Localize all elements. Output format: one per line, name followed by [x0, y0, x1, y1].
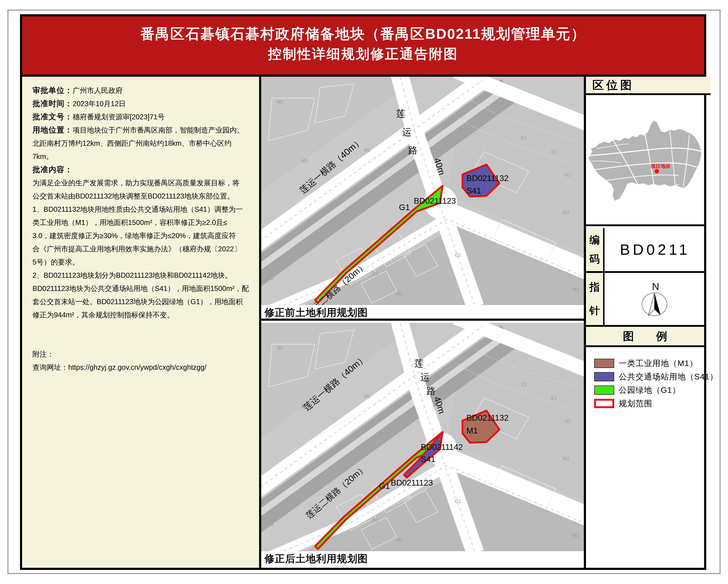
legend-item: 规划范围	[594, 398, 704, 409]
landuse-map-after: 莲运一横路（40m） 莲 运 路 40m 莲运二横路（20m） BD021113…	[261, 323, 584, 551]
info-line-text: 合《广州市提高工业用地利用效率实施办法》（穗府办规〔2022〕	[32, 245, 241, 253]
project-site-label: 项目地块	[650, 163, 671, 169]
landuse-map-before: M1 M1 M1 E2 E1 G2 M1 G1 M2 M1 G2	[261, 77, 584, 305]
info-line-label: 批准内容：	[32, 165, 73, 174]
code-row-label: 编 码	[586, 228, 604, 271]
info-text-line: 5号）的要求。	[32, 256, 249, 269]
compass-label-char2: 针	[589, 304, 600, 318]
info-text-line: 公交首末站由BD0211132地块调整至BD0211123地块东部位置。	[32, 189, 249, 203]
info-text-line	[32, 335, 249, 347]
parcel-label-m1: M1	[466, 426, 478, 435]
info-line-text: 2023年10月12日	[73, 100, 126, 108]
parcel-label-s41: S41	[466, 186, 481, 195]
compass-label-char1: 指	[589, 280, 600, 294]
legend-item-label: 公园绿地（G1）	[619, 385, 680, 395]
caption-before-text: 修正前土地利用规划图	[261, 305, 584, 320]
info-text-line: 类工业用地（M1），用地面积1500m²，容积率修正为≥2.0且≤	[32, 216, 249, 229]
road-label-lianyunlu-char2: 运	[402, 127, 412, 137]
legend-item-label: 规划范围	[619, 398, 652, 409]
location-map: 项目地块	[586, 95, 704, 226]
info-line-label: 审批单位：	[32, 86, 73, 95]
approval-info-panel: 审批单位：广州市人民政府 批准时间：2023年10月12日 批准文号：穗府番规划…	[22, 77, 261, 568]
info-text-line: 北距南村万博约12km、西侧距广州南站约18km、市桥中心区约	[32, 137, 249, 150]
info-line-label: 用地位置：	[32, 126, 73, 134]
code-label-char2: 码	[589, 252, 600, 266]
location-map-title: 区位图	[586, 77, 710, 95]
info-text-line: 3.0，建筑密度修正为≥30%，绿地率修正为≤20%，建筑高度应符	[32, 229, 249, 242]
parcel-label-bd0211142: BD0211142	[421, 442, 463, 452]
info-text-line: 审批单位：广州市人民政府	[32, 84, 249, 97]
info-line-text: 为满足企业的生产发展需求，助力实现番禺区高质量发展目标，将	[32, 179, 239, 187]
info-line-text: 查询网址：https://ghzyj.gz.gov.cn/ywpd/cxgh/c…	[32, 363, 206, 371]
legend-item-label: 公共交通场站用地（S41）	[619, 371, 718, 382]
document-title-line2: 控制性详细规划修正通告附图	[22, 46, 704, 62]
legend-swatch	[594, 372, 614, 381]
code-row: 编 码 BD0211	[586, 228, 704, 273]
info-text-line: 查询网址：https://ghzyj.gz.gov.cn/ywpd/cxgh/c…	[32, 361, 249, 374]
info-line-text: 附注：	[32, 350, 54, 358]
info-text-line: 合《广州市提高工业用地利用效率实施办法》（穗府办规〔2022〕	[32, 242, 249, 256]
info-line-text: 项目地块位于广州市番禺区南部，智能制造产业园内。	[73, 126, 244, 134]
info-line-text: 公交首末站由BD0211132地块调整至BD0211123地块东部位置。	[32, 192, 234, 200]
info-text-line: 7km。	[32, 150, 249, 163]
caption-after-text: 修正后土地利用规划图	[261, 551, 584, 566]
document-header: 番禺区石碁镇石碁村政府储备地块（番禺区BD0211规划管理单元） 控制性详细规划…	[22, 17, 704, 77]
info-text-line: 修正为944m²，其余规划控制指标保持不变。	[32, 308, 249, 321]
main-frame: 番禺区石碁镇石碁村政府储备地块（番禺区BD0211规划管理单元） 控制性详细规划…	[20, 14, 706, 570]
legend-swatch	[594, 359, 614, 368]
parcel-label-bd0211132: BD0211132	[466, 174, 509, 183]
info-line-text: 3.0，建筑密度修正为≥30%，绿地率修正为≤20%，建筑高度应符	[32, 232, 236, 240]
road-label-lianyunlu-char3: 路	[408, 145, 418, 155]
info-line-text: 套公交首末站一处。BD0211123地块为公园绿地（G1），用地面积	[32, 298, 243, 306]
unit-code-value: BD0211	[606, 228, 704, 271]
parcel-label-s41: S41	[421, 454, 435, 464]
legend-item: 公园绿地（G1）	[594, 385, 704, 395]
info-line-label: 批准文号：	[32, 112, 73, 121]
road-label-lianyunlu-char1: 莲	[414, 358, 423, 369]
info-line-text: 穗府番规划资源审[2023]71号	[73, 113, 165, 121]
info-line-text: 类工业用地（M1），用地面积1500m²，容积率修正为≥2.0且≤	[32, 218, 227, 227]
map-column: M1 M1 M1 E2 E1 G2 M1 G1 M2 M1 G2	[261, 77, 586, 568]
info-text-line: BD0211123地块为公共交通场站用地（S41），用地面积1500m²，配	[32, 282, 249, 295]
project-site-dot	[655, 169, 659, 174]
parcel-label-bd0211123: BD0211123	[391, 478, 433, 487]
info-text-line: 批准时间：2023年10月12日	[32, 97, 249, 110]
north-arrow-icon: N	[606, 273, 704, 325]
district-silhouette	[589, 121, 701, 201]
legend-item: 一类工业用地（M1）	[594, 358, 704, 369]
caption-after: 修正后土地利用规划图	[261, 551, 584, 568]
info-line-text: 5号）的要求。	[32, 258, 79, 266]
legend-item: 公共交通场站用地（S41）	[594, 372, 704, 382]
info-text-line	[32, 321, 249, 335]
info-line-text: BD0211123地块为公共交通场站用地（S41），用地面积1500m²，配	[32, 285, 249, 292]
legend-swatch	[594, 399, 614, 408]
code-label-char1: 编	[589, 233, 600, 247]
planning-notice-document: { "header": { "title_line1": "番禺区石碁镇石碁村政…	[0, 0, 728, 584]
compass-row-label: 指 针	[586, 273, 604, 325]
info-line-text: 2、BD0211123地块划分为BD0211123地块和BD0211142地块。	[32, 271, 232, 279]
road-label-lianyunlu-char1: 莲	[396, 108, 406, 119]
info-line-text: 1、BD0211132地块用地性质由公共交通场站用地（S41）调整为一	[32, 205, 243, 213]
document-title-line1: 番禺区石碁镇石碁村政府储备地块（番禺区BD0211规划管理单元）	[22, 25, 704, 43]
sidebar: 区位图	[586, 77, 704, 568]
legend-title: 图 例	[586, 327, 704, 347]
parcel-label-g1: G1	[399, 203, 410, 212]
info-line-label: 批准时间：	[32, 99, 73, 108]
info-line-text: 北距南村万博约12km、西侧距广州南站约18km、市桥中心区约	[32, 139, 232, 147]
legend-item-label: 一类工业用地（M1）	[619, 358, 698, 369]
info-text-line: 套公交首末站一处。BD0211123地块为公园绿地（G1），用地面积	[32, 295, 249, 308]
north-letter: N	[652, 281, 659, 292]
info-text-line: 2、BD0211123地块划分为BD0211123地块和BD0211142地块。	[32, 269, 249, 282]
info-text-line: 用地位置：项目地块位于广州市番禺区南部，智能制造产业园内。	[32, 124, 249, 137]
info-text-line: 批准内容：	[32, 163, 249, 176]
caption-before: 修正前土地利用规划图	[261, 305, 584, 321]
legend-swatch	[594, 386, 614, 395]
info-text-line: 附注：	[32, 347, 249, 361]
parcel-label-bd0211132: BD0211132	[466, 413, 509, 422]
info-text-line: 批准文号：穗府番规划资源审[2023]71号	[32, 110, 249, 124]
info-line-text: 修正为944m²，其余规划控制指标保持不变。	[32, 311, 174, 319]
compass-row: 指 针 N	[586, 273, 704, 327]
road-label-lianyunlu-char3: 路	[426, 386, 436, 396]
info-text-line: 1、BD0211132地块用地性质由公共交通场站用地（S41）调整为一	[32, 203, 249, 216]
info-text-line: 为满足企业的生产发展需求，助力实现番禺区高质量发展目标，将	[32, 176, 249, 189]
